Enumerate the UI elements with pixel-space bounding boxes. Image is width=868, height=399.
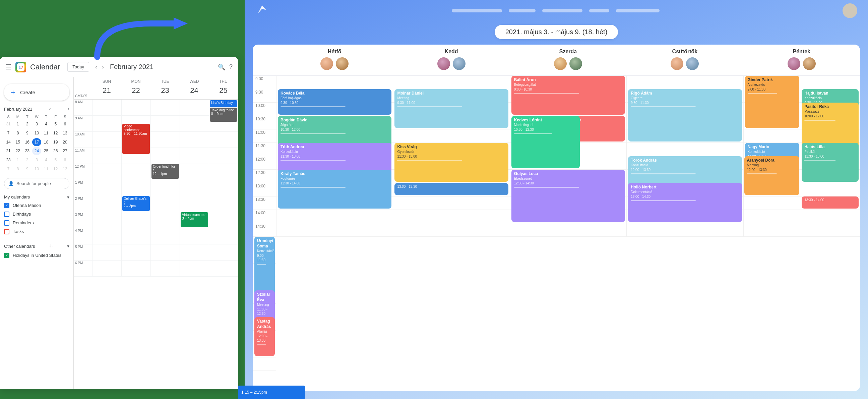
mini-day[interactable]: 12	[51, 129, 60, 137]
cell[interactable]	[180, 228, 209, 244]
cell[interactable]	[92, 180, 121, 196]
df-cell[interactable]	[393, 223, 509, 237]
cell[interactable]: Virtual team me3 – 4pm	[180, 212, 209, 228]
event-pentek-1330[interactable]: 13:30 - 14:00	[802, 196, 859, 209]
cell[interactable]	[209, 148, 238, 164]
event-balint-aron[interactable]: Bálint Áron Betegvizsgálat 9:00 - 10:30	[512, 76, 625, 115]
mini-day[interactable]: 11	[42, 129, 51, 137]
mini-day[interactable]: 5	[51, 120, 60, 128]
event-rigo-adam[interactable]: Rigó Ádám Olgcere 9:30 - 11:30	[628, 89, 742, 142]
event-ginder-patrik[interactable]: Ginder Patrik Arc kezelés 9:00 - 11:00	[745, 76, 800, 128]
mini-day[interactable]: 4	[42, 120, 51, 128]
mini-day[interactable]: 31	[4, 120, 13, 128]
mini-day[interactable]: 14	[4, 138, 13, 147]
df-cell[interactable]	[253, 371, 276, 384]
user-avatar[interactable]	[842, 3, 857, 18]
df-cell[interactable]	[627, 76, 743, 89]
cell[interactable]	[180, 180, 209, 196]
cell[interactable]	[121, 260, 151, 277]
cell[interactable]	[180, 132, 209, 148]
mini-day[interactable]: 13	[61, 165, 69, 173]
cell[interactable]	[121, 228, 151, 244]
calendar-item-birthdays[interactable]: Birthdays	[4, 210, 69, 219]
cell[interactable]	[180, 116, 209, 132]
cell[interactable]	[92, 260, 121, 277]
mini-day-selected[interactable]: 24	[32, 147, 41, 155]
bottom-event-strip[interactable]: 1:15 – 2:15pm	[238, 386, 305, 399]
df-cell[interactable]	[627, 143, 743, 156]
event-take-dog[interactable]: Take dog to the8 – 9am	[210, 108, 237, 122]
mini-day[interactable]: 9	[23, 165, 31, 173]
df-cell[interactable]	[627, 223, 743, 237]
cell[interactable]	[151, 148, 180, 164]
other-calendars-header[interactable]: Other calendars + ▾	[4, 240, 69, 251]
cell[interactable]	[92, 164, 121, 180]
mini-cal-next[interactable]: ›	[68, 106, 69, 112]
mini-day[interactable]: 8	[13, 165, 22, 173]
today-button[interactable]: Today	[67, 62, 89, 72]
add-calendar-icon[interactable]: +	[49, 243, 53, 250]
help-icon[interactable]: ?	[229, 63, 232, 70]
mini-day[interactable]: 16	[23, 138, 31, 147]
event-deliver-grace[interactable]: Deliver Grace's d2 – 3pm	[122, 196, 150, 211]
df-cell[interactable]	[277, 210, 393, 223]
cell[interactable]	[92, 212, 121, 228]
mini-day[interactable]: 27	[61, 147, 69, 155]
cell[interactable]: Video conference9:30 – 11:30am	[121, 116, 151, 132]
df-cell[interactable]	[744, 223, 860, 237]
df-cell[interactable]	[393, 76, 509, 89]
event-hollo-norbert[interactable]: Holló Norbert Dokumentáció 13:00 - 14:30	[628, 183, 742, 222]
mini-cal-prev[interactable]: ‹	[49, 106, 51, 112]
cell[interactable]	[180, 148, 209, 164]
cell[interactable]	[209, 196, 238, 212]
mini-day[interactable]: 2	[23, 156, 31, 164]
mini-day[interactable]: 25	[42, 147, 51, 155]
mini-day[interactable]: 18	[42, 138, 51, 147]
search-people[interactable]: 👤 Search for people	[4, 178, 69, 189]
cell[interactable]	[121, 244, 151, 260]
mini-day[interactable]: 10	[32, 165, 41, 173]
event-virtual-team[interactable]: Virtual team me3 – 4pm	[181, 212, 208, 227]
event-kedd-1300[interactable]: 13:00 - 13:30	[395, 183, 508, 195]
cell[interactable]	[151, 212, 180, 228]
mini-day[interactable]: 23	[23, 147, 31, 155]
event-kovacs-bela[interactable]: Kovács Béla Férfi hajvágás 9:30 - 10:30	[278, 89, 392, 115]
cell[interactable]	[151, 260, 180, 277]
df-cell[interactable]	[393, 210, 509, 223]
event-lisas-birthday[interactable]: Lisa's Birthday	[210, 100, 237, 107]
event-molnar-daniel[interactable]: Molnár Dániel Meeting 9:30 - 11:00	[395, 89, 508, 128]
event-gulyas-luca[interactable]: Gulyás Luca Ebédszünet 12:30 - 14:30	[512, 170, 625, 222]
df-cell[interactable]	[393, 196, 509, 210]
cell[interactable]	[209, 228, 238, 244]
event-kiraly-tamas[interactable]: Király Tamás Fogtömés 12:30 - 14:00	[278, 170, 392, 209]
my-calendars-header[interactable]: My calendars ▾	[4, 192, 69, 201]
mini-day[interactable]: 13	[61, 129, 69, 137]
cell[interactable]	[151, 100, 180, 116]
mini-day[interactable]: 6	[61, 120, 69, 128]
df-cell[interactable]	[277, 76, 393, 89]
mini-day[interactable]: 6	[61, 156, 69, 164]
cell[interactable]	[121, 212, 151, 228]
create-button[interactable]: ＋ Create	[4, 84, 69, 100]
cell[interactable]	[180, 244, 209, 260]
df-cell[interactable]	[744, 210, 860, 223]
event-video-conf[interactable]: Video conference9:30 – 11:30am	[122, 124, 150, 154]
cell[interactable]	[92, 148, 121, 164]
cell[interactable]	[209, 180, 238, 196]
mini-day[interactable]: 3	[32, 120, 41, 128]
mini-day[interactable]: 7	[4, 165, 13, 173]
nav-pill-4[interactable]	[589, 9, 609, 12]
nav-pill-1[interactable]	[452, 9, 502, 12]
mini-day[interactable]: 4	[42, 156, 51, 164]
nav-pill-5[interactable]	[616, 9, 659, 12]
mini-day[interactable]: 9	[23, 129, 31, 137]
cell[interactable]	[92, 196, 121, 212]
cell[interactable]	[209, 212, 238, 228]
cell[interactable]: Lisa's Birthday Take dog to the8 – 9am	[209, 100, 238, 116]
mini-day[interactable]: 3	[32, 156, 41, 164]
cell[interactable]	[151, 228, 180, 244]
mini-day[interactable]: 1	[13, 156, 22, 164]
prev-button[interactable]: ‹	[93, 62, 99, 72]
cell[interactable]	[209, 164, 238, 180]
event-kiss-virag[interactable]: Kiss Virág Gyerekszür 11:30 - 13:00	[395, 143, 508, 182]
